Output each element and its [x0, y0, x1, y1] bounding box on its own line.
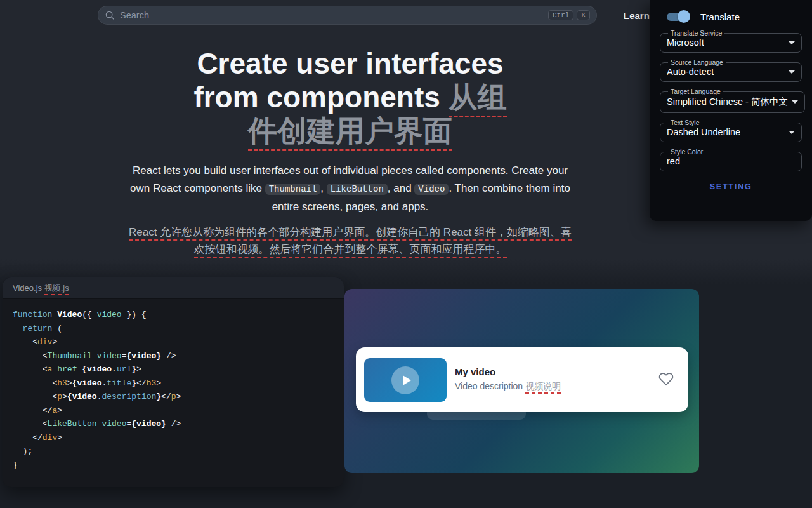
title-line3-translated: 件创建用户界面 [248, 114, 452, 151]
title-line2-translated: 从组 [449, 81, 507, 117]
title-line1: Create user interfaces [197, 47, 503, 80]
hero-paragraph-sep1: , [320, 182, 326, 194]
video-description-text: Video description [455, 381, 525, 391]
search-icon [105, 10, 115, 20]
target-language-select[interactable]: Target Language Simplified Chinese - 简体中… [660, 88, 805, 113]
code-pill-thumbnail: Thumbnail [265, 184, 321, 195]
hero-paragraph-sep2: , and [388, 182, 415, 194]
heart-icon [658, 371, 674, 387]
hero-paragraph-translated: React 允许您从称为组件的各个部分构建用户界面。创建你自己的 React 组… [128, 224, 572, 258]
text-style-value: Dashed Underline [667, 127, 740, 137]
source-language-select[interactable]: Source Language Auto-detect [660, 58, 802, 82]
hero-section: Create user interfaces from components 从… [0, 0, 700, 258]
tab-video-js[interactable]: Video.js 视频.js [13, 283, 69, 294]
video-description: Video description 视频说明 [455, 381, 561, 392]
style-color-label: Style Color [668, 148, 705, 156]
translate-toggle[interactable] [665, 10, 691, 23]
shortcut-key-k: K [577, 10, 590, 20]
translate-service-select[interactable]: Translate Service Microsoft [660, 29, 802, 53]
style-color-field[interactable]: Style Color red [660, 148, 802, 171]
toggle-knob [678, 10, 690, 23]
chevron-down-icon [789, 41, 795, 44]
tab-filename: Video.js [13, 283, 42, 293]
hero-paragraph: React lets you build user interfaces out… [122, 162, 579, 216]
preview-panel: My video Video description 视频说明 [344, 289, 699, 473]
style-color-value: red [667, 156, 680, 166]
tab-filename-translated: 视频.js [44, 283, 69, 295]
play-icon [403, 375, 411, 385]
title-line2-en: from components [193, 81, 448, 114]
hero-paragraph-translated-text: React 允许您从称为组件的各个部分构建用户界面。创建你自己的 React 组… [129, 226, 572, 258]
translate-service-label: Translate Service [668, 29, 724, 37]
video-card: My video Video description 视频说明 [356, 347, 688, 412]
video-description-translated: 视频说明 [525, 381, 561, 394]
setting-link[interactable]: SETTING [660, 182, 802, 191]
search-input-container[interactable]: Ctrl K [98, 6, 597, 25]
video-thumbnail[interactable] [364, 358, 447, 402]
page-title: Create user interfaces from components 从… [0, 47, 700, 148]
search-input[interactable] [120, 10, 545, 20]
text-style-select[interactable]: Text Style Dashed Underline [660, 119, 802, 142]
source-language-value: Auto-detect [667, 67, 714, 77]
translate-toggle-label: Translate [700, 11, 740, 22]
text-style-label: Text Style [668, 119, 702, 126]
source-language-label: Source Language [668, 58, 726, 66]
animation-ghost [427, 407, 526, 420]
code-editor-tabbar: Video.js 视频.js [3, 277, 344, 299]
code-content[interactable]: function Video({ video }) { return ( <di… [3, 299, 344, 472]
play-button[interactable] [391, 366, 419, 394]
code-pill-likebutton: LikeButton [327, 184, 388, 195]
chevron-down-icon [789, 131, 795, 134]
target-language-label: Target Language [668, 88, 723, 95]
page-background: Ctrl K Learn Create user interfaces from… [0, 0, 812, 508]
translate-panel: Translate Translate Service Microsoft So… [650, 0, 812, 221]
translate-service-value: Microsoft [667, 37, 704, 48]
chevron-down-icon [792, 100, 798, 104]
like-button[interactable] [658, 371, 674, 389]
shortcut-key-ctrl: Ctrl [548, 10, 573, 20]
target-language-value: Simplified Chinese - 简体中文 [667, 96, 788, 108]
nav-link-learn[interactable]: Learn [624, 0, 650, 30]
video-title: My video [455, 366, 561, 377]
chevron-down-icon [789, 70, 795, 74]
code-pill-video: Video [414, 184, 449, 195]
code-editor-panel: Video.js 视频.js function Video({ video })… [3, 277, 344, 487]
